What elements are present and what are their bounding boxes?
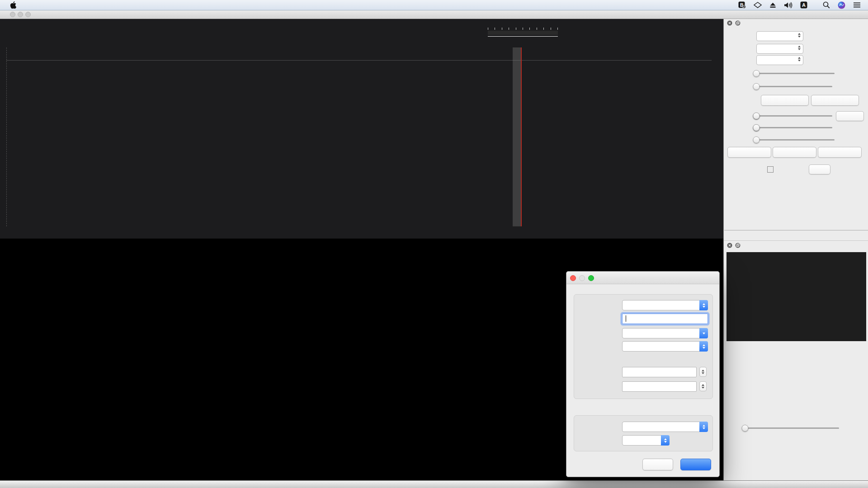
spotlight-icon[interactable] xyxy=(823,1,830,9)
dialog-minimize-button xyxy=(579,275,585,281)
tuned-carrier-line[interactable] xyxy=(521,47,522,226)
dock-panels xyxy=(723,19,868,480)
fft-panel-header xyxy=(724,19,868,27)
audio-spectrum-plot[interactable] xyxy=(726,252,866,341)
decimation-dropdown[interactable] xyxy=(622,341,708,352)
fft-size-spinbox[interactable] xyxy=(756,31,803,41)
spectrum-plot[interactable] xyxy=(0,47,723,226)
siri-icon[interactable] xyxy=(838,1,845,9)
wf-db-range-slider[interactable] xyxy=(756,124,832,131)
panel-close-icon[interactable] xyxy=(727,242,732,250)
panel-close-icon[interactable] xyxy=(727,20,732,28)
demod-button[interactable] xyxy=(818,147,862,158)
blocker-icon[interactable]: B xyxy=(738,1,746,9)
reset-button[interactable] xyxy=(727,147,771,158)
audio-panel-header xyxy=(724,240,868,249)
network-icon[interactable] xyxy=(754,2,762,8)
freq-zoom-slider[interactable] xyxy=(756,136,835,143)
audio-sample-rate-dropdown[interactable] xyxy=(622,435,670,446)
input-rate-combobox[interactable] xyxy=(622,328,708,338)
color-swatch[interactable] xyxy=(767,166,774,173)
averaging-slider[interactable] xyxy=(756,70,835,77)
audio-device-dropdown[interactable] xyxy=(622,422,708,432)
close-button[interactable] xyxy=(10,12,15,17)
device-dropdown[interactable] xyxy=(622,300,708,310)
audio-buttons xyxy=(724,441,868,451)
center-button[interactable] xyxy=(773,147,816,158)
svg-text:A: A xyxy=(802,2,806,8)
text-caret xyxy=(626,315,626,322)
minimize-button[interactable] xyxy=(18,12,23,17)
audio-waterfall-display[interactable] xyxy=(726,341,866,422)
lnb-lo-stepper[interactable] xyxy=(699,381,707,391)
peak-detect-button[interactable] xyxy=(761,95,809,106)
cancel-button[interactable] xyxy=(642,459,673,470)
pandapter[interactable] xyxy=(0,19,723,239)
window-bottom-edge xyxy=(0,480,868,488)
eject-icon[interactable] xyxy=(769,2,776,8)
notification-center-icon[interactable] xyxy=(853,2,861,8)
signal-meter xyxy=(487,21,563,44)
pand-db-range-slider[interactable] xyxy=(756,113,832,119)
dialog-titlebar[interactable] xyxy=(566,272,719,284)
rate-spinbox[interactable] xyxy=(756,44,803,54)
gain-slider[interactable] xyxy=(745,425,839,432)
meter-ruler xyxy=(488,28,558,30)
apple-menu-icon[interactable] xyxy=(5,1,21,9)
configure-io-dialog xyxy=(566,271,720,477)
bandwidth-stepper[interactable] xyxy=(699,367,707,377)
volume-icon[interactable] xyxy=(784,2,793,9)
ok-button[interactable] xyxy=(680,459,711,470)
bandwidth-spinbox[interactable] xyxy=(622,367,697,377)
device-string-input[interactable] xyxy=(622,314,708,324)
dialog-close-button[interactable] xyxy=(570,275,576,281)
dock-tab-bar xyxy=(724,230,868,241)
pandapter-waterfall-split-slider[interactable] xyxy=(756,83,832,90)
panel-float-icon[interactable] xyxy=(735,242,741,250)
zoom-button[interactable] xyxy=(25,12,31,17)
pand-db-lock-button[interactable] xyxy=(836,111,864,121)
lnb-lo-spinbox[interactable] xyxy=(622,381,697,392)
fill-button[interactable] xyxy=(809,164,830,174)
peak-hold-button[interactable] xyxy=(811,95,859,106)
panel-float-icon[interactable] xyxy=(735,20,741,28)
demod-filter-overlay[interactable] xyxy=(513,47,521,226)
dialog-zoom-button[interactable] xyxy=(588,275,594,281)
window-titlebar[interactable] xyxy=(0,10,868,19)
menu-bar: B A xyxy=(0,0,868,10)
input-source-icon[interactable]: A xyxy=(800,1,807,9)
audio-output-groupbox xyxy=(574,415,713,451)
time-span-spinbox[interactable] xyxy=(756,55,803,65)
